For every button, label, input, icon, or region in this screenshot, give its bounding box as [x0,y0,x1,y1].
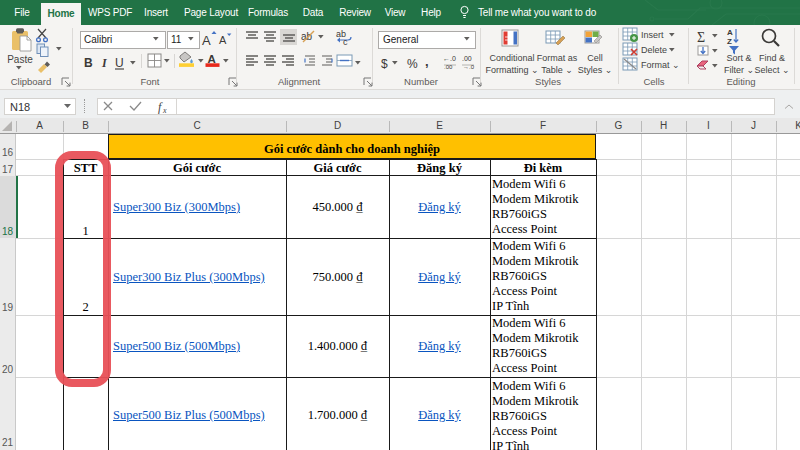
svg-text:c: c [343,37,348,47]
svg-text:.00: .00 [444,64,453,70]
svg-text:A: A [219,34,227,46]
svg-text:.00: .00 [462,55,472,62]
svg-text:I: I [101,56,108,70]
svg-text:,: , [425,54,429,69]
svg-text:B: B [84,56,93,70]
svg-text:%: % [407,57,418,71]
svg-text:x: x [162,106,167,114]
svg-text:U: U [115,56,124,70]
svg-text:A: A [727,28,733,37]
svg-text:→.0: →.0 [463,64,475,70]
svg-text:Z: Z [727,37,732,46]
svg-text:.0: .0 [450,55,456,62]
svg-text:←: ← [443,55,450,62]
svg-text:Σ: Σ [697,30,705,45]
svg-text:ab: ab [301,31,313,42]
svg-text:$: $ [381,57,388,71]
svg-text:A: A [208,53,216,65]
svg-text:A: A [202,33,211,48]
